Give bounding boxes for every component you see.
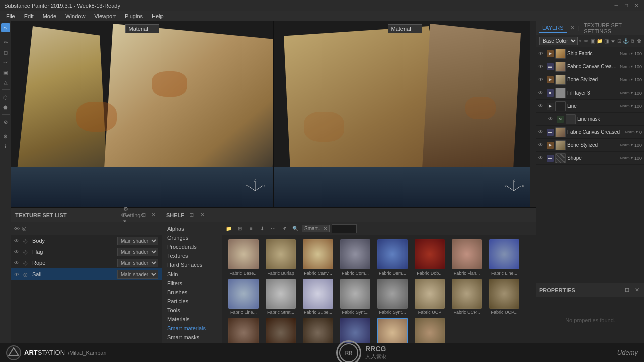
- tsl-eye-body[interactable]: 👁: [14, 238, 21, 244]
- tsl-eye-rope[interactable]: 👁: [14, 260, 21, 266]
- tool-eraser[interactable]: ◻: [1, 48, 10, 57]
- viewport-left[interactable]: Material X Y Z: [11, 21, 274, 207]
- maximize-btn[interactable]: □: [623, 2, 630, 9]
- shelf-item-fabric-ucp[interactable]: Fabric UCP: [413, 279, 447, 315]
- shelf-cat-filters[interactable]: Filters: [162, 279, 222, 288]
- tool-ruler[interactable]: ⊘: [1, 117, 10, 126]
- tool-info[interactable]: ℹ: [1, 142, 10, 151]
- tsl-solo-rope[interactable]: ◎: [23, 260, 30, 266]
- base-color-select[interactable]: Base Color: [539, 37, 578, 45]
- shelf-item-fabric-dob[interactable]: Fabric Dob...: [413, 239, 447, 276]
- tool-fill[interactable]: ▣: [1, 68, 10, 77]
- tsl-all-eye[interactable]: 👁: [14, 226, 20, 232]
- layer-row-fill3[interactable]: 👁 ■ Fill layer 3 Norm ▾ 100: [536, 86, 644, 100]
- shelf-search-btn[interactable]: 🔍: [291, 224, 300, 233]
- shelf-import-btn[interactable]: ⬇: [258, 224, 267, 233]
- shelf-item-fabric-sup[interactable]: Fabric Supe...: [301, 279, 335, 315]
- shelf-cat-tools[interactable]: Tools: [162, 306, 222, 315]
- layers-tool-folder[interactable]: 📁: [597, 37, 603, 46]
- layer-row-bone-stylized[interactable]: 👁 ▶ Bone Stylized Norm ▾ 100: [536, 73, 644, 86]
- menu-viewport[interactable]: Viewport: [90, 11, 120, 21]
- shelf-item-fabric-wo[interactable]: Fabric WO...: [226, 318, 261, 343]
- shelf-item-fabric-flan[interactable]: Fabric Flan...: [450, 239, 484, 276]
- layers-tool-instance[interactable]: ⊡: [616, 37, 622, 46]
- shelf-item-fabric-stret[interactable]: Fabric Stret...: [264, 279, 298, 315]
- tool-cursor[interactable]: ↖: [1, 23, 10, 32]
- shelf-folder-btn[interactable]: 📁: [224, 224, 233, 233]
- layer-eye-shape[interactable]: 👁: [538, 155, 545, 161]
- viewport-right[interactable]: Material X Y Z: [274, 21, 536, 207]
- layers-tool-delete[interactable]: 🗑: [636, 37, 642, 46]
- shelf-item-ship-fabric1[interactable]: Ship Fabric_1: [413, 318, 447, 343]
- tsl-shader-flag-select[interactable]: Main shader: [117, 248, 158, 256]
- tsl-shader-rope-select[interactable]: Main shader: [117, 259, 158, 267]
- shelf-cat-alphas[interactable]: Alphas: [162, 224, 222, 233]
- shelf-cat-smart-masks[interactable]: Smart masks: [162, 333, 222, 342]
- tsl-popout-btn[interactable]: ⊡: [139, 211, 147, 219]
- tsl-shader-sail[interactable]: Main shader: [117, 270, 158, 279]
- layers-tool-effects[interactable]: ★: [610, 37, 616, 46]
- tab-layers[interactable]: LAYERS: [539, 24, 567, 33]
- tsl-solo-flag[interactable]: ◎: [23, 249, 30, 255]
- shelf-item-fabric-line2[interactable]: Fabric Line...: [226, 279, 261, 315]
- shelf-cat-smart-materials[interactable]: Smart materials: [162, 324, 222, 333]
- shelf-item-fabric-synt[interactable]: Fabric Synt...: [338, 279, 372, 315]
- props-popout-btn[interactable]: ⊡: [623, 286, 631, 294]
- shelf-more-btn[interactable]: ⋯: [269, 224, 278, 233]
- layers-tool-mask[interactable]: ◨: [604, 37, 609, 46]
- shelf-item-fabric-wo2[interactable]: Fabric WO...: [264, 318, 298, 343]
- shelf-filter-btn[interactable]: ⧩: [280, 224, 289, 233]
- shelf-tag-smart-close[interactable]: ✕: [323, 226, 327, 231]
- layers-close-btn[interactable]: ✕: [569, 24, 576, 32]
- shelf-close-btn[interactable]: ✕: [198, 211, 206, 219]
- layer-eye-fill3[interactable]: 👁: [538, 90, 545, 96]
- tsl-solo-sail[interactable]: ◎: [23, 272, 30, 277]
- shelf-list-btn[interactable]: ≡: [247, 224, 256, 233]
- tsl-shader-rope[interactable]: Main shader: [117, 259, 158, 267]
- shelf-cat-procedurals[interactable]: Procedurals: [162, 242, 222, 251]
- tsl-settings-btn[interactable]: ⚙ Settings ▾: [129, 211, 137, 219]
- shelf-item-fabric-line[interactable]: Fabric Line...: [487, 239, 521, 276]
- tsl-close-btn[interactable]: ✕: [149, 211, 157, 219]
- shelf-cat-grunges[interactable]: Grunges: [162, 233, 222, 242]
- shelf-item-fabric-ucp2[interactable]: Fabric UCP...: [450, 279, 484, 315]
- shelf-cat-brushes[interactable]: Brushes: [162, 288, 222, 297]
- layer-row-canvas-creased[interactable]: 👁 ▬ Fabric Canvas Creased Norm ▾ 100: [536, 60, 644, 73]
- menu-edit[interactable]: Edit: [20, 11, 38, 21]
- tsl-shader-sail-select[interactable]: Main shader: [117, 270, 158, 279]
- shelf-cat-hard-surfaces[interactable]: Hard Surfaces: [162, 260, 222, 269]
- layers-tool-brush[interactable]: ✏: [584, 37, 589, 46]
- tool-paint[interactable]: ✏: [1, 38, 10, 47]
- tsl-row-body[interactable]: 👁 ◎ Body Main shader: [11, 235, 162, 246]
- close-btn[interactable]: ✕: [633, 2, 640, 9]
- tool-eyedropper[interactable]: ⬟: [1, 103, 10, 112]
- shelf-cat-particles[interactable]: Particles: [162, 297, 222, 306]
- menu-file[interactable]: File: [2, 11, 19, 21]
- tsl-all-solo[interactable]: ◎: [22, 225, 27, 232]
- tsl-shader-flag[interactable]: Main shader: [117, 248, 158, 256]
- shelf-item-fabric-arm[interactable]: Fabric-Arm...: [338, 318, 372, 343]
- tsl-eye-flag[interactable]: 👁: [14, 249, 21, 255]
- menu-plugins[interactable]: Plugins: [121, 11, 147, 21]
- minimize-btn[interactable]: ─: [613, 2, 620, 9]
- layer-eye-line[interactable]: 👁: [538, 103, 545, 109]
- layer-eye-bone-stylized[interactable]: 👁: [538, 77, 545, 82]
- props-close-btn[interactable]: ✕: [633, 286, 641, 294]
- layer-eye-line-mask[interactable]: 👁: [548, 116, 555, 122]
- layers-tool-anchor[interactable]: ⚓: [623, 37, 629, 46]
- shelf-item-fabric-base[interactable]: Fabric Base...: [226, 239, 261, 276]
- shelf-item-fabric-synt2[interactable]: Fabric Synt...: [375, 279, 410, 315]
- layer-eye-canvas-creased2[interactable]: 👁: [538, 129, 545, 135]
- layers-tool-duplicate[interactable]: ⧉: [630, 37, 635, 46]
- layer-row-line-mask[interactable]: 👁 M Line mask: [536, 113, 644, 126]
- shelf-cat-skin[interactable]: Skin: [162, 269, 222, 279]
- layer-row-ship-fabric[interactable]: 👁 ▶ Ship Fabric Norm ▾ 100: [536, 47, 644, 60]
- layer-eye-canvas-creased[interactable]: 👁: [538, 64, 545, 69]
- tsl-solo-body[interactable]: ◎: [23, 238, 30, 244]
- shelf-item-fabric-wo3[interactable]: Fabric WO...: [301, 318, 335, 343]
- tsl-row-rope[interactable]: 👁 ◎ Rope Main shader: [11, 257, 162, 268]
- tool-smudge[interactable]: 〰: [1, 58, 10, 67]
- menu-mode[interactable]: Mode: [39, 11, 61, 21]
- shelf-search-input[interactable]: fab: [332, 224, 357, 233]
- menu-help[interactable]: Help: [148, 11, 168, 21]
